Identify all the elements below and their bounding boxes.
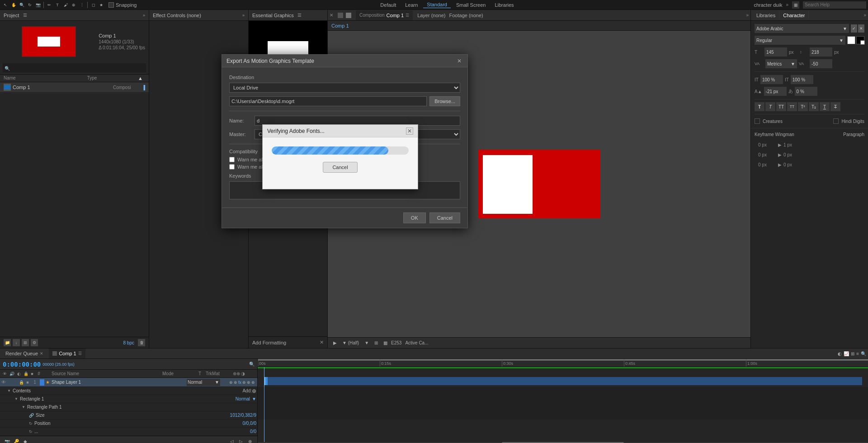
- font-size-input[interactable]: [764, 47, 787, 57]
- tl-forward-icon[interactable]: ▷: [237, 438, 245, 443]
- project-search-input[interactable]: [3, 63, 146, 73]
- clone-tool-icon[interactable]: ⊕: [70, 1, 77, 9]
- creatures-checkbox[interactable]: [755, 118, 760, 124]
- font-apply-x[interactable]: ✕: [858, 24, 864, 33]
- layer-sw2[interactable]: ⊕: [234, 380, 237, 385]
- project-panel-arrow[interactable]: »: [143, 13, 145, 18]
- project-menu-icon[interactable]: ☰: [22, 12, 28, 19]
- scale-v-input[interactable]: [791, 75, 813, 84]
- verify-dialog-close[interactable]: ✕: [406, 127, 413, 135]
- close-comp-tab[interactable]: ✕: [330, 13, 333, 18]
- project-settings-icon[interactable]: ⚙: [31, 339, 38, 346]
- footage-tab[interactable]: Footage (none): [449, 13, 483, 18]
- dialog-verify[interactable]: Verifying Adobe Fonts... ✕ Cancel: [262, 124, 418, 189]
- verify-cancel-btn[interactable]: Cancel: [323, 162, 357, 173]
- warn-checkbox2[interactable]: [229, 164, 235, 170]
- contents-expand[interactable]: ▼: [7, 389, 11, 393]
- viewer-active-cam-btn[interactable]: Active Ca...: [403, 339, 430, 347]
- warn-checkbox1[interactable]: [229, 157, 235, 162]
- tl-anchor-icon[interactable]: ⊕: [246, 438, 254, 443]
- comp-timeline-tab[interactable]: Comp 1 ☰: [49, 349, 85, 358]
- tab-libraries[interactable]: Libraries: [753, 10, 779, 20]
- delete-icon[interactable]: 🗑: [138, 339, 145, 346]
- hindi-checkbox[interactable]: [833, 118, 839, 124]
- layer-tab[interactable]: Layer (none): [417, 13, 445, 18]
- tl-camera-icon[interactable]: 📷: [4, 438, 11, 443]
- tl-cols-icon[interactable]: ⊞: [851, 351, 854, 356]
- camera-tool-icon[interactable]: 📷: [34, 1, 42, 9]
- tl-search-icon[interactable]: 🔍: [249, 362, 255, 367]
- comp-tab-comp1[interactable]: Composition Comp 1 ☰: [356, 10, 413, 20]
- rectpath-expand[interactable]: ▼: [22, 405, 25, 409]
- small-caps-btn[interactable]: TT: [787, 102, 797, 111]
- tab-character[interactable]: Character: [779, 10, 809, 20]
- tl-key-icon[interactable]: 🔑: [13, 438, 20, 443]
- viewer-grid-btn[interactable]: ⊞: [373, 339, 380, 347]
- comp-tl-menu[interactable]: ☰: [78, 351, 82, 356]
- leading-input[interactable]: [810, 47, 832, 57]
- effect-panel-arrow[interactable]: »: [242, 13, 245, 18]
- workspace-smallscreen[interactable]: Small Screen: [453, 2, 489, 8]
- text-tool-icon[interactable]: T: [54, 1, 61, 9]
- italic-btn[interactable]: T: [765, 102, 775, 111]
- new-comp-icon[interactable]: ⊞: [22, 339, 29, 346]
- new-folder-icon[interactable]: 📁: [4, 339, 11, 346]
- fill-color-swatch[interactable]: [847, 36, 855, 44]
- style-selector[interactable]: Regular ▼: [755, 36, 845, 45]
- layer-eye-icon[interactable]: 👁: [1, 380, 6, 385]
- superscript-btn[interactable]: T²: [798, 102, 808, 111]
- subscript-btn[interactable]: T₂: [809, 102, 819, 111]
- close-formatting-icon[interactable]: ✕: [320, 339, 324, 345]
- rect1-expand[interactable]: ▼: [14, 397, 18, 401]
- underline-btn[interactable]: T: [820, 102, 830, 111]
- tl-solo-icon[interactable]: ◐: [838, 351, 842, 356]
- caps-btn[interactable]: TT: [776, 102, 786, 111]
- viewer-resolution-btn[interactable]: ▼: [363, 339, 371, 347]
- scale-h-input[interactable]: [760, 75, 783, 84]
- search-input[interactable]: [803, 1, 866, 9]
- zoom-tool-icon[interactable]: 🔍: [18, 1, 25, 9]
- pen-tool-icon[interactable]: ✏: [46, 1, 53, 9]
- col-sort-icon[interactable]: ▲: [138, 75, 145, 81]
- snapping-checkbox[interactable]: [108, 2, 114, 8]
- baseline-input[interactable]: [764, 87, 787, 96]
- arrow-tool-icon[interactable]: ↖: [2, 1, 9, 9]
- font-apply-check[interactable]: ✓: [851, 24, 857, 33]
- workspace-libraries[interactable]: Libraries: [491, 2, 517, 8]
- viewer-panel-arrow[interactable]: »: [746, 13, 749, 18]
- puppet-tool-icon[interactable]: ⋮: [78, 1, 85, 9]
- browse-button[interactable]: Browse...: [429, 96, 460, 106]
- project-row-comp1[interactable]: Comp 1 Composi ▐: [0, 82, 149, 93]
- add-icon[interactable]: ⊕: [252, 388, 256, 394]
- layer-audio-icon[interactable]: [7, 380, 12, 385]
- workspace-standard[interactable]: Standard: [423, 1, 451, 8]
- layer-solo-icon[interactable]: [13, 380, 18, 385]
- export-dialog-close[interactable]: ✕: [456, 57, 463, 65]
- workspace-learn[interactable]: Learn: [401, 2, 421, 8]
- bold-btn[interactable]: T: [755, 102, 764, 111]
- import-icon[interactable]: ↓: [13, 339, 20, 346]
- layer-sw5[interactable]: ⊕: [251, 380, 255, 385]
- viewer-region-btn[interactable]: ▦: [382, 339, 389, 347]
- brush-tool-icon[interactable]: 🖌: [62, 1, 69, 9]
- tl-zoom-icon[interactable]: 🔍: [861, 351, 866, 356]
- extensions-icon[interactable]: ▦: [792, 1, 799, 9]
- rq-close[interactable]: ✕: [40, 351, 43, 356]
- hand-tool-icon[interactable]: ✋: [10, 1, 17, 9]
- viewer-play-btn[interactable]: ▶: [331, 339, 339, 347]
- tsume-input[interactable]: [795, 87, 817, 96]
- layer-sw3[interactable]: ⊕: [242, 380, 246, 385]
- rect1-mode-arrow[interactable]: ▼: [252, 396, 256, 401]
- viewer-zoom-btn[interactable]: ▼ (Half): [340, 339, 361, 347]
- stroke-color-swatch[interactable]: [856, 36, 864, 44]
- layer-track-bar[interactable]: [264, 377, 862, 385]
- path-input[interactable]: [229, 96, 427, 106]
- layer-mode-dropdown[interactable]: Normal ▼: [187, 379, 220, 386]
- shape-tool-icon[interactable]: ◻: [90, 1, 97, 9]
- tl-layers-icon[interactable]: ≡: [856, 351, 859, 356]
- overflow-icon[interactable]: »: [786, 2, 788, 7]
- export-cancel-btn[interactable]: Cancel: [429, 212, 460, 223]
- destination-select[interactable]: Local Drive: [229, 83, 460, 93]
- layer-fx-icon[interactable]: fx: [238, 380, 241, 385]
- strikethrough-btn[interactable]: T: [830, 102, 840, 111]
